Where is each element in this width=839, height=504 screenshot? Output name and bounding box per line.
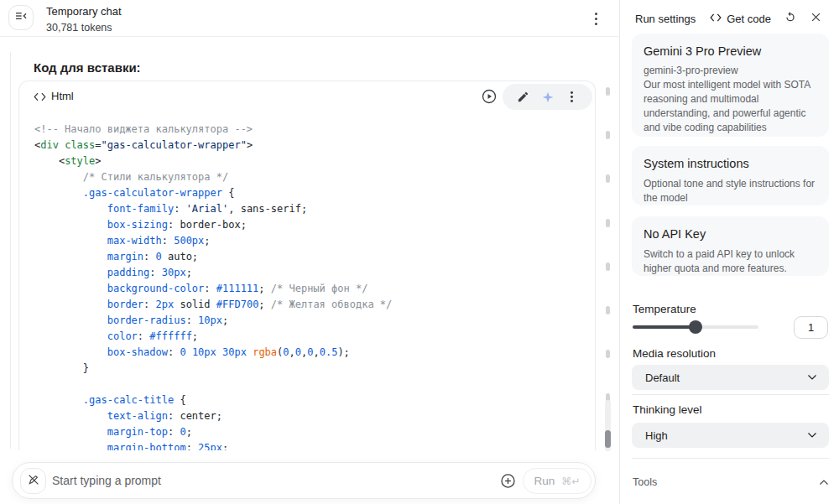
section-divider bbox=[632, 458, 829, 459]
code-line: margin-bottom: 25px; bbox=[34, 440, 595, 450]
model-card[interactable]: Gemini 3 Pro Preview gemini-3-pro-previe… bbox=[632, 34, 829, 137]
scroll-marker bbox=[606, 219, 610, 227]
media-resolution-value: Default bbox=[645, 372, 680, 384]
scroll-marker bbox=[606, 350, 610, 358]
code-icon bbox=[34, 91, 46, 106]
temperature-label: Temperature bbox=[633, 303, 696, 315]
code-line: } bbox=[34, 361, 595, 377]
temperature-slider-fill bbox=[633, 325, 696, 329]
run-settings-header: Run settings Get code bbox=[620, 0, 839, 25]
prompt-bar: Run ⌘↵ bbox=[12, 462, 596, 499]
code-line: box-sizing: border-box; bbox=[34, 217, 595, 233]
code-line: .gas-calculator-wrapper { bbox=[34, 185, 595, 201]
code-line: text-align: center; bbox=[34, 408, 595, 424]
code-content: <!-- Начало виджета калькулятора --><div… bbox=[19, 113, 595, 450]
system-instructions-card[interactable]: System instructions Optional tone and st… bbox=[632, 146, 829, 205]
code-line: <!-- Начало виджета калькулятора --> bbox=[34, 122, 595, 138]
chat-scroll-edge bbox=[10, 52, 11, 449]
scrollbar-thumb[interactable] bbox=[605, 430, 611, 448]
model-id: gemini-3-pro-preview bbox=[644, 64, 817, 78]
response-heading: Код для вставки: bbox=[34, 60, 141, 75]
api-key-card[interactable]: No API Key Switch to a paid API key to u… bbox=[632, 216, 829, 276]
code-block-header: Html bbox=[19, 81, 595, 113]
temperature-slider-thumb[interactable] bbox=[689, 320, 702, 334]
code-line: margin: 0 auto; bbox=[34, 249, 595, 265]
get-code-label: Get code bbox=[727, 13, 771, 25]
system-instructions-description: Optional tone and style instructions for… bbox=[644, 177, 817, 205]
thinking-level-label: Thinking level bbox=[633, 403, 702, 416]
code-more-menu-button[interactable] bbox=[564, 89, 581, 106]
scroll-marker bbox=[606, 262, 610, 271]
run-button-label: Run bbox=[534, 475, 555, 487]
app-window: Temporary chat 30,781 tokens Код для вст… bbox=[0, 0, 839, 504]
code-line: padding: 30px; bbox=[34, 265, 595, 281]
thinking-level-select[interactable]: High bbox=[632, 423, 829, 448]
temperature-slider[interactable] bbox=[633, 320, 758, 334]
run-button[interactable]: Run ⌘↵ bbox=[523, 468, 591, 494]
code-line: <style> bbox=[34, 153, 595, 169]
get-code-button[interactable]: Get code bbox=[710, 13, 771, 25]
collapse-panel-button[interactable] bbox=[8, 5, 34, 30]
pen-off-icon bbox=[27, 473, 40, 490]
scroll-marker bbox=[606, 306, 610, 314]
temperature-value-input[interactable]: 1 bbox=[794, 316, 828, 339]
add-attachment-button[interactable] bbox=[500, 473, 516, 489]
media-resolution-select[interactable]: Default bbox=[632, 365, 829, 390]
code-line bbox=[34, 377, 595, 392]
system-instructions-title: System instructions bbox=[644, 157, 817, 170]
menu-collapse-icon bbox=[14, 9, 28, 26]
scroll-marker bbox=[606, 174, 610, 183]
media-resolution-label: Media resolution bbox=[633, 347, 716, 360]
chat-area: Temporary chat 30,781 tokens Код для вст… bbox=[0, 0, 619, 504]
token-count: 30,781 tokens bbox=[46, 22, 112, 34]
code-line: max-width: 500px; bbox=[34, 233, 595, 249]
temporary-chat-pen-button[interactable] bbox=[20, 468, 46, 494]
section-divider bbox=[632, 394, 829, 395]
api-key-title: No API Key bbox=[644, 227, 817, 241]
chat-more-menu-button[interactable] bbox=[587, 9, 604, 28]
code-line: background-color: #111111; /* Черный фон… bbox=[34, 281, 595, 297]
scroll-marker bbox=[606, 131, 610, 139]
sparkle-ai-button[interactable] bbox=[539, 89, 556, 106]
code-line: <div class="gas-calculator-wrapper"> bbox=[34, 138, 595, 153]
tools-section-toggle[interactable]: Tools bbox=[633, 476, 829, 488]
api-key-description: Switch to a paid API key to unlock highe… bbox=[644, 247, 817, 276]
run-settings-title: Run settings bbox=[635, 13, 696, 25]
code-line: .gas-calc-title { bbox=[34, 392, 595, 408]
edit-code-button[interactable] bbox=[515, 89, 532, 106]
code-line: border: 2px solid #FFD700; /* Желтая обв… bbox=[34, 297, 595, 313]
run-settings-panel: Run settings Get code Gemini 3 Pro Previ… bbox=[619, 0, 839, 504]
scroll-marker bbox=[606, 87, 610, 96]
code-line: box-shadow: 0 10px 30px rgba(0,0,0,0.5); bbox=[34, 345, 595, 361]
code-language-label: Html bbox=[51, 90, 74, 102]
code-icon bbox=[710, 13, 722, 25]
code-line: font-family: 'Arial', sans-serif; bbox=[34, 201, 595, 217]
play-code-button[interactable] bbox=[482, 89, 497, 104]
code-line: border-radius: 10px; bbox=[34, 313, 595, 329]
chevron-down-icon bbox=[807, 374, 817, 381]
chevron-down-icon bbox=[807, 432, 817, 439]
chevron-up-icon bbox=[819, 479, 829, 486]
topbar-divider bbox=[0, 36, 619, 37]
code-line: margin-top: 0; bbox=[34, 424, 595, 440]
model-description: Our most intelligent model with SOTA rea… bbox=[644, 78, 817, 135]
thinking-level-value: High bbox=[645, 429, 668, 442]
run-shortcut-hint: ⌘↵ bbox=[561, 475, 580, 487]
tools-label: Tools bbox=[633, 476, 657, 488]
model-name: Gemini 3 Pro Preview bbox=[644, 44, 817, 58]
prompt-input[interactable] bbox=[52, 464, 354, 497]
code-block: Html <!-- Начало виджета калькулятора --… bbox=[18, 81, 596, 450]
reset-settings-button[interactable] bbox=[784, 10, 797, 27]
chat-title: Temporary chat bbox=[46, 5, 122, 18]
code-actions-group bbox=[503, 84, 592, 110]
code-line: /* Стили калькулятора */ bbox=[34, 169, 595, 185]
close-panel-button[interactable] bbox=[810, 11, 822, 27]
code-line: color: #ffffff; bbox=[34, 329, 595, 345]
